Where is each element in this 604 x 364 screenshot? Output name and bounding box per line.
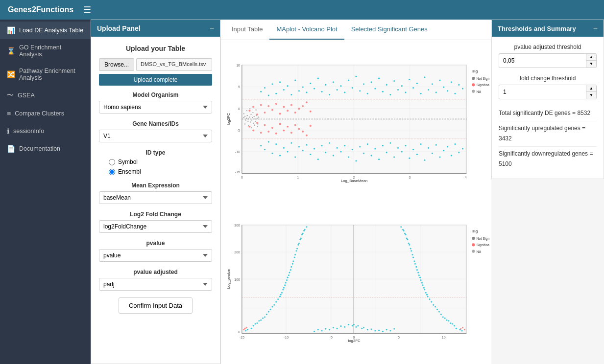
sidebar-item-gsea[interactable]: 〜 GSEA <box>0 86 91 105</box>
model-organism-select[interactable]: Homo sapiens Mus musculus Rattus norvegi… <box>99 101 212 114</box>
svg-point-62 <box>325 84 326 86</box>
svg-point-153 <box>248 110 250 112</box>
svg-text:3: 3 <box>409 176 411 179</box>
svg-text:log2FC: log2FC <box>226 113 231 125</box>
tab-maplot[interactable]: MAplot - Volcano Plot <box>269 20 344 40</box>
svg-point-26 <box>252 117 253 118</box>
thresholds-minimize[interactable]: − <box>593 24 598 33</box>
svg-point-259 <box>288 274 290 276</box>
sidebar-item-documentation[interactable]: 📄 Documentation <box>0 140 91 158</box>
confirm-input-button[interactable]: Confirm Input Data <box>119 297 193 314</box>
svg-point-152 <box>462 148 463 149</box>
pvalue-down-spinner[interactable]: ▼ <box>586 61 596 68</box>
svg-point-86 <box>416 83 418 84</box>
svg-point-304 <box>418 274 420 276</box>
svg-point-103 <box>275 143 277 145</box>
svg-point-165 <box>294 112 296 114</box>
svg-point-41 <box>252 112 253 113</box>
svg-text:0: 0 <box>238 107 240 111</box>
svg-text:-15: -15 <box>240 336 244 339</box>
svg-point-129 <box>374 148 376 149</box>
svg-text:Significant: Significant <box>477 243 489 247</box>
svg-point-232 <box>275 301 277 302</box>
svg-point-149 <box>451 155 452 156</box>
svg-point-69 <box>352 87 353 89</box>
fc-threshold-input[interactable] <box>499 86 586 98</box>
symbol-radio[interactable] <box>109 159 115 165</box>
svg-point-73 <box>367 93 368 94</box>
svg-point-264 <box>297 244 299 246</box>
pvalue-up-spinner[interactable]: ▲ <box>586 54 596 61</box>
svg-text:1: 1 <box>297 176 299 179</box>
mean-expression-select[interactable]: baseMean logCPM <box>99 191 212 204</box>
gene-names-select[interactable]: V1 V2 V3 <box>99 130 212 142</box>
svg-text:Significant: Significant <box>477 83 489 87</box>
ensembl-radio[interactable] <box>109 169 115 175</box>
fc-down-spinner[interactable]: ▼ <box>586 92 596 99</box>
svg-point-329 <box>340 325 341 327</box>
svg-text:sig: sig <box>472 229 478 233</box>
svg-rect-209 <box>242 225 467 333</box>
menu-icon[interactable]: ☰ <box>83 4 91 15</box>
svg-point-29 <box>254 118 255 119</box>
svg-point-105 <box>283 147 285 149</box>
svg-point-155 <box>256 114 258 115</box>
svg-point-68 <box>348 79 349 81</box>
svg-point-341 <box>460 328 461 330</box>
svg-point-339 <box>246 327 247 328</box>
svg-point-77 <box>382 91 384 92</box>
svg-point-295 <box>448 320 449 321</box>
svg-point-236 <box>285 282 287 284</box>
log2fc-select[interactable]: log2FoldChange logFC <box>99 220 212 233</box>
browse-button[interactable]: Browse... <box>99 58 134 71</box>
svg-point-224 <box>251 328 252 329</box>
upload-panel-minimize[interactable]: − <box>210 24 214 33</box>
pvalue-group: pvalue pvalue PValue <box>99 240 212 262</box>
svg-point-100 <box>264 149 266 150</box>
svg-point-92 <box>439 79 440 81</box>
sidebar-item-label: sessionInfo <box>13 128 44 135</box>
svg-point-254 <box>277 298 279 300</box>
svg-point-164 <box>290 104 292 106</box>
sidebar-item-session-info[interactable]: ℹ sessionInfo <box>0 122 91 140</box>
svg-point-313 <box>314 331 315 332</box>
svg-point-115 <box>321 145 323 146</box>
svg-point-333 <box>371 328 372 330</box>
svg-point-262 <box>294 256 295 258</box>
svg-point-314 <box>321 330 323 331</box>
svg-point-174 <box>264 124 266 126</box>
sidebar-item-load-de[interactable]: 📊 Load DE Analysis Table <box>0 22 91 39</box>
svg-point-156 <box>260 104 262 106</box>
sidebar-item-go-enrichment[interactable]: ⌛ GO Enrichment Analysis <box>0 39 91 63</box>
sidebar-item-compare-clusters[interactable]: ≡ Compare Clusters <box>0 105 91 122</box>
sidebar-item-label: GSEA <box>18 92 35 99</box>
svg-point-138 <box>409 158 410 159</box>
svg-point-319 <box>353 324 355 325</box>
pvalue-select[interactable]: pvalue PValue <box>99 249 212 262</box>
svg-point-125 <box>359 146 361 147</box>
svg-point-160 <box>275 103 277 105</box>
fc-threshold-label: fold change threshold <box>499 75 597 82</box>
svg-point-178 <box>279 123 281 125</box>
svg-point-251 <box>262 318 264 319</box>
charts-body: 10 5 0 -5 -10 -15 0 1 2 3 4 <box>221 40 491 364</box>
svg-point-177 <box>275 133 277 135</box>
tab-sig-genes[interactable]: Selected Significant Genes <box>344 20 435 40</box>
fc-up-spinner[interactable]: ▲ <box>586 85 596 92</box>
svg-point-301 <box>424 289 425 290</box>
pvalue-threshold-input[interactable] <box>499 55 586 67</box>
pvalue-threshold-label: pvalue adjusted threshold <box>499 44 597 50</box>
svg-point-321 <box>361 328 362 329</box>
svg-point-162 <box>283 106 285 108</box>
pvalue-spinners: ▲ ▼ <box>586 54 596 68</box>
svg-point-203 <box>472 77 475 80</box>
pvalue-adj-select[interactable]: padj FDR <box>99 278 212 291</box>
tab-input-table[interactable]: Input Table <box>225 20 269 40</box>
svg-point-331 <box>357 325 359 326</box>
svg-point-145 <box>435 144 437 146</box>
svg-point-78 <box>386 84 387 86</box>
svg-text:-10: -10 <box>235 150 240 154</box>
sidebar-item-pathway-enrichment[interactable]: 🔀 Pathway Enrichment Analysis <box>0 63 91 86</box>
svg-point-95 <box>451 81 452 83</box>
svg-point-362 <box>472 250 475 252</box>
